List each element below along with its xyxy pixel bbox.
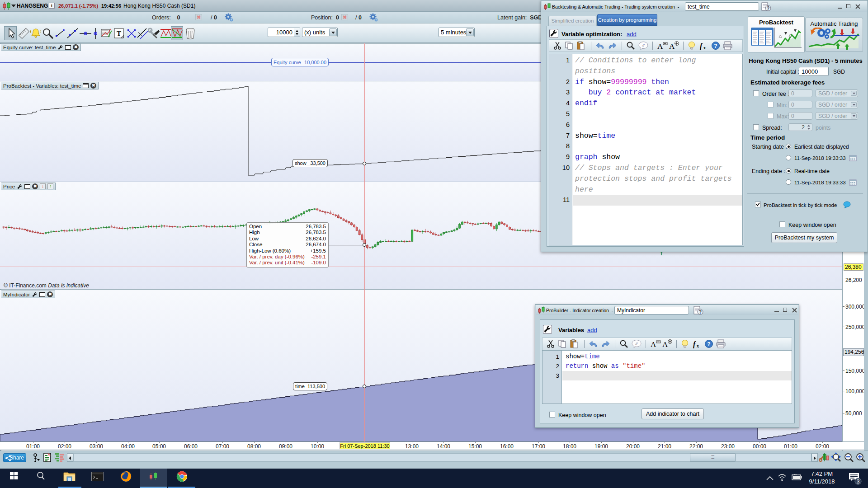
svg-text:T: T	[117, 30, 121, 37]
svg-text://: //	[642, 43, 645, 47]
svg-text:?: ?	[714, 43, 717, 49]
svg-text:x: x	[703, 45, 706, 50]
svg-text:A: A	[669, 42, 675, 50]
svg-text:3: 3	[857, 479, 860, 485]
svg-text:f: f	[700, 42, 703, 50]
svg-text:?: ?	[707, 341, 710, 347]
svg-text:x: x	[697, 343, 699, 348]
svg-text:A: A	[651, 340, 656, 348]
svg-text:?: ?	[767, 6, 769, 11]
svg-text:f: f	[693, 340, 696, 348]
svg-text:A: A	[657, 42, 663, 50]
svg-text://: //	[635, 342, 638, 346]
svg-text:?: ?	[699, 310, 702, 314]
svg-text:A: A	[662, 340, 668, 348]
